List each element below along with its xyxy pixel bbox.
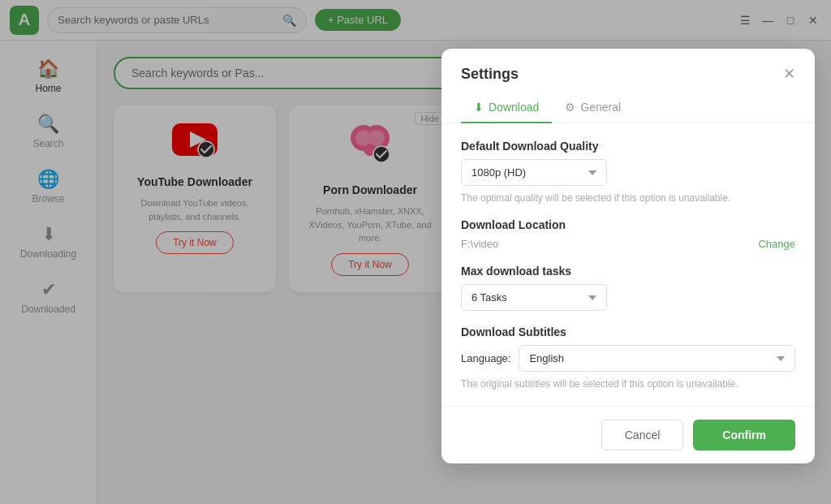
subtitles-hint: The original subtitles will be selected …	[461, 378, 795, 390]
language-row-label: Language:	[461, 352, 510, 364]
max-tasks-label: Max download tasks	[461, 265, 795, 278]
location-label: Download Location	[461, 218, 795, 231]
tab-general[interactable]: ⚙ General	[552, 93, 634, 123]
change-location-button[interactable]: Change	[758, 238, 795, 250]
general-tab-icon: ⚙	[565, 101, 575, 114]
max-tasks-section: Max download tasks 1 Task 2 Tasks 3 Task…	[461, 265, 795, 311]
settings-body: Default Download Quality 1080p (HD) 720p…	[441, 123, 815, 406]
tab-download[interactable]: ⬇ Download	[461, 93, 552, 123]
location-row: F:\video Change	[461, 238, 795, 250]
settings-overlay: Settings ✕ ⬇ Download ⚙ General Default …	[0, 0, 831, 504]
confirm-button[interactable]: Confirm	[693, 420, 795, 450]
subtitles-label: Download Subtitles	[461, 325, 795, 338]
quality-section: Default Download Quality 1080p (HD) 720p…	[461, 140, 795, 204]
download-tab-icon: ⬇	[474, 101, 484, 114]
settings-title: Settings	[461, 66, 519, 83]
download-tab-label: Download	[489, 101, 539, 114]
general-tab-label: General	[580, 101, 621, 114]
settings-dialog: Settings ✕ ⬇ Download ⚙ General Default …	[441, 49, 815, 463]
location-section: Download Location F:\video Change	[461, 218, 795, 250]
cancel-button[interactable]: Cancel	[601, 420, 684, 450]
quality-select[interactable]: 1080p (HD) 720p (HD) 480p 360p 240p Audi…	[461, 159, 607, 186]
language-select[interactable]: English Spanish French German Chinese Ja…	[519, 345, 795, 372]
location-path: F:\video	[461, 238, 498, 250]
language-row: Language: English Spanish French German …	[461, 345, 795, 372]
max-tasks-select[interactable]: 1 Task 2 Tasks 3 Tasks 4 Tasks 5 Tasks 6…	[461, 284, 607, 311]
settings-header: Settings ✕	[441, 49, 815, 83]
quality-label: Default Download Quality	[461, 140, 795, 153]
settings-footer: Cancel Confirm	[441, 406, 815, 463]
subtitles-section: Download Subtitles Language: English Spa…	[461, 325, 795, 390]
settings-close-button[interactable]: ✕	[783, 65, 795, 83]
quality-hint: The optimal quality will be selected if …	[461, 192, 795, 204]
settings-tabs: ⬇ Download ⚙ General	[441, 93, 815, 123]
